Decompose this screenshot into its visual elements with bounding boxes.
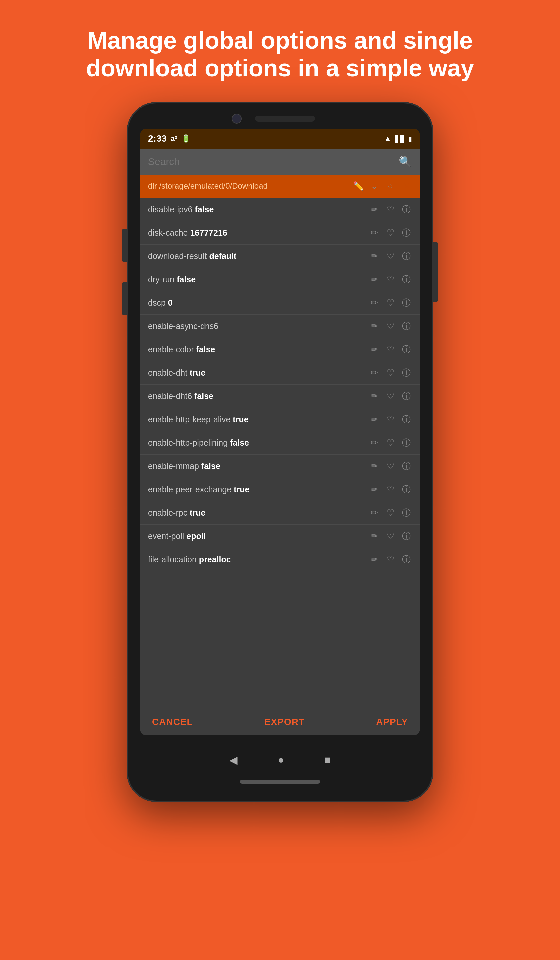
search-bar: 🔍 xyxy=(140,149,420,174)
search-input[interactable] xyxy=(148,156,398,167)
option-row-file-allocation: file-allocation prealloc ✏ ♡ ⓘ xyxy=(140,548,420,571)
status-right: ▲ ▋▊ ▮ xyxy=(384,134,412,143)
option-row-event-poll: event-poll epoll ✏ ♡ ⓘ xyxy=(140,525,420,548)
favorite-icon[interactable]: ♡ xyxy=(385,321,396,331)
edit-icon[interactable]: ✏ xyxy=(369,414,380,425)
favorite-icon[interactable]: ♡ xyxy=(385,484,396,494)
edit-icon[interactable]: ✏ xyxy=(369,298,380,308)
edit-icon[interactable]: ✏ xyxy=(369,461,380,471)
option-row-enable-peer-exchange: enable-peer-exchange true ✏ ♡ ⓘ xyxy=(140,478,420,501)
bottom-bar xyxy=(240,780,320,784)
edit-icon[interactable]: ✏ xyxy=(369,368,380,378)
edit-icon[interactable]: ✏ xyxy=(369,251,380,261)
info-icon[interactable]: ⓘ xyxy=(401,367,412,379)
edit-icon[interactable]: ✏ xyxy=(369,344,380,355)
favorite-icon[interactable]: ♡ xyxy=(385,298,396,308)
edit-icon[interactable]: ✏ xyxy=(369,438,380,448)
close-right-icon[interactable]: ✕ xyxy=(401,181,412,191)
edit-icon[interactable]: ✏ xyxy=(369,391,380,402)
info-icon[interactable]: ⓘ xyxy=(401,274,412,285)
option-text-event-poll: event-poll epoll xyxy=(148,531,369,541)
info-icon[interactable]: ⓘ xyxy=(401,297,412,309)
edit-icon[interactable]: ✏ xyxy=(369,321,380,331)
option-text-enable-mmap: enable-mmap false xyxy=(148,461,369,471)
back-button[interactable]: ◀ xyxy=(229,754,238,766)
option-text-dry-run: dry-run false xyxy=(148,274,369,284)
favorite-icon[interactable]: ♡ xyxy=(385,554,396,565)
info-icon[interactable]: ⓘ xyxy=(401,390,412,402)
action-bar: CANCEL EXPORT APPLY xyxy=(140,709,420,735)
apply-button[interactable]: APPLY xyxy=(376,717,408,727)
info-icon[interactable]: ⓘ xyxy=(401,507,412,519)
speaker-grille xyxy=(255,116,315,122)
option-actions-disk-cache: ✏ ♡ ⓘ xyxy=(369,227,412,238)
option-actions-enable-peer-exchange: ✏ ♡ ⓘ xyxy=(369,484,412,495)
info-icon[interactable]: ⓘ xyxy=(401,227,412,238)
info-icon[interactable]: ⓘ xyxy=(401,414,412,425)
info-icon[interactable]: ⓘ xyxy=(401,554,412,565)
favorite-icon[interactable]: ♡ xyxy=(385,368,396,378)
option-text-enable-dht6: enable-dht6 false xyxy=(148,391,369,401)
favorite-icon[interactable]: ♡ xyxy=(385,438,396,448)
favorite-icon[interactable]: ♡ xyxy=(385,414,396,425)
recents-button[interactable]: ■ xyxy=(324,754,331,766)
option-row-disk-cache: disk-cache 16777216 ✏ ♡ ⓘ xyxy=(140,221,420,245)
option-actions-dry-run: ✏ ♡ ⓘ xyxy=(369,274,412,285)
edit-icon[interactable]: ✏ xyxy=(369,228,380,238)
phone-bottom: ◀ ● ■ xyxy=(126,735,434,802)
option-text-disk-cache: disk-cache 16777216 xyxy=(148,228,369,238)
info-icon[interactable]: ⓘ xyxy=(401,344,412,355)
battery-icon: ▮ xyxy=(408,135,412,142)
option-text-enable-dht: enable-dht true xyxy=(148,368,369,378)
option-actions-enable-mmap: ✏ ♡ ⓘ xyxy=(369,460,412,472)
option-text-disable-ipv6: disable-ipv6 false xyxy=(148,204,369,214)
option-actions-enable-dht: ✏ ♡ ⓘ xyxy=(369,367,412,379)
favorite-icon[interactable]: ♡ xyxy=(385,228,396,238)
option-text-file-allocation: file-allocation prealloc xyxy=(148,554,369,564)
edit-icon[interactable]: ✏ xyxy=(369,531,380,541)
favorite-icon[interactable]: ♡ xyxy=(385,508,396,518)
edit-icon[interactable]: ✏ xyxy=(369,484,380,494)
edit-icon[interactable]: ✏ xyxy=(369,554,380,565)
option-actions-event-poll: ✏ ♡ ⓘ xyxy=(369,530,412,542)
favorite-icon[interactable]: ♡ xyxy=(385,531,396,541)
wifi-icon: ▲ xyxy=(384,134,392,143)
edit-icon[interactable]: ✏ xyxy=(369,508,380,518)
circle-icon[interactable]: ○ xyxy=(385,181,396,191)
info-icon[interactable]: ⓘ xyxy=(401,484,412,495)
option-actions-enable-http-keep-alive: ✏ ♡ ⓘ xyxy=(369,414,412,425)
option-actions-enable-color: ✏ ♡ ⓘ xyxy=(369,344,412,355)
option-row-enable-http-pipelining: enable-http-pipelining false ✏ ♡ ⓘ xyxy=(140,431,420,455)
headline-line1: Manage global options and single xyxy=(87,27,473,54)
info-icon[interactable]: ⓘ xyxy=(401,320,412,332)
option-actions-dir: ✏️ ⌄ ○ ✕ xyxy=(353,181,412,191)
option-actions-enable-dht6: ✏ ♡ ⓘ xyxy=(369,390,412,402)
favorite-icon[interactable]: ♡ xyxy=(385,251,396,261)
option-row-enable-http-keep-alive: enable-http-keep-alive true ✏ ♡ ⓘ xyxy=(140,408,420,431)
option-row-dscp: dscp 0 ✏ ♡ ⓘ xyxy=(140,291,420,315)
cancel-button[interactable]: CANCEL xyxy=(152,717,193,727)
favorite-icon[interactable]: ♡ xyxy=(385,461,396,471)
edit-icon[interactable]: ✏️ xyxy=(353,181,364,191)
edit-icon[interactable]: ✏ xyxy=(369,274,380,285)
search-icon[interactable]: 🔍 xyxy=(398,155,412,168)
info-icon[interactable]: ⓘ xyxy=(401,530,412,542)
favorite-icon[interactable]: ♡ xyxy=(385,274,396,285)
status-bar: 2:33 a² 🔋 ▲ ▋▊ ▮ xyxy=(140,129,420,149)
export-button[interactable]: EXPORT xyxy=(264,717,305,727)
info-icon[interactable]: ⓘ xyxy=(401,437,412,449)
favorite-icon[interactable]: ♡ xyxy=(385,391,396,402)
signal-icon: ▋▊ xyxy=(395,135,405,142)
favorite-icon[interactable]: ♡ xyxy=(385,204,396,215)
expand-icon[interactable]: ⌄ xyxy=(369,181,380,191)
info-icon[interactable]: ⓘ xyxy=(401,460,412,472)
option-text-enable-http-keep-alive: enable-http-keep-alive true xyxy=(148,414,369,424)
info-icon[interactable]: ⓘ xyxy=(401,204,412,215)
option-row-enable-dht: enable-dht true ✏ ♡ ⓘ xyxy=(140,361,420,385)
info-icon[interactable]: ⓘ xyxy=(401,250,412,262)
home-button[interactable]: ● xyxy=(278,754,284,766)
favorite-icon[interactable]: ♡ xyxy=(385,344,396,355)
edit-icon[interactable]: ✏ xyxy=(369,204,380,215)
option-row-enable-mmap: enable-mmap false ✏ ♡ ⓘ xyxy=(140,455,420,478)
option-actions-disable-ipv6: ✏ ♡ ⓘ xyxy=(369,204,412,215)
